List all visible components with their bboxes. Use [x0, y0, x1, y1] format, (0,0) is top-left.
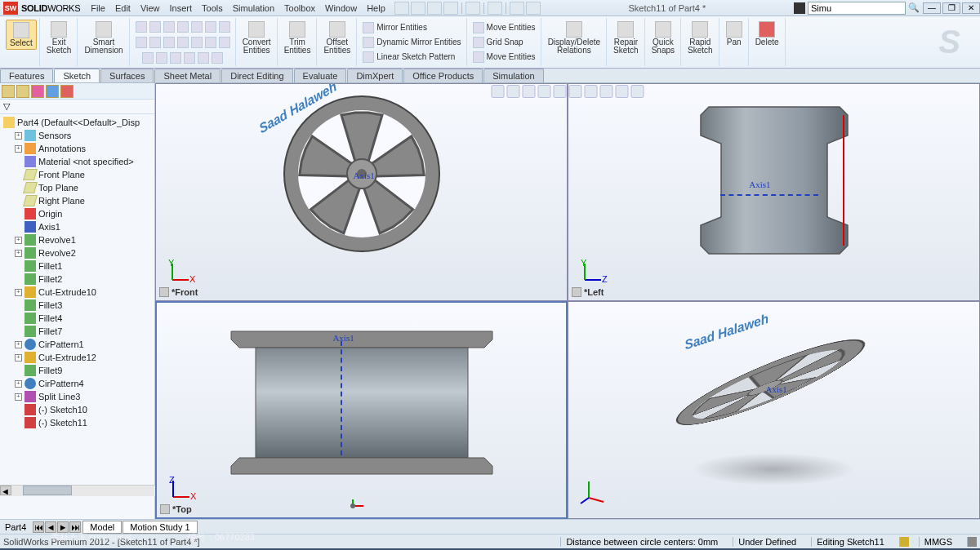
print-icon[interactable]	[443, 2, 458, 15]
trim-entities-button[interactable]: Trim Entities	[281, 20, 314, 56]
plane-icon[interactable]	[191, 37, 203, 48]
arc-icon[interactable]	[163, 21, 175, 33]
motion-tab[interactable]: Motion Study 1	[122, 521, 197, 534]
move-entities-button[interactable]: Move Entities	[473, 21, 536, 33]
tree-fillet4[interactable]: Fillet4	[0, 312, 154, 325]
tree-fillet7[interactable]: Fillet7	[0, 325, 154, 338]
rapid-sketch-button[interactable]: Rapid Sketch	[684, 20, 716, 56]
text-icon[interactable]	[219, 21, 230, 33]
close-button[interactable]: ✕	[962, 2, 980, 14]
viewport-iso[interactable]: Saad Halaweh	[568, 301, 980, 519]
viewport-top[interactable]: Axis1 XZ *Top	[155, 301, 568, 519]
fillet-icon[interactable]	[163, 37, 175, 48]
eq-icon[interactable]	[142, 52, 154, 64]
scroll-left-icon[interactable]: ◄	[0, 486, 11, 495]
tab-dimxpert[interactable]: DimXpert	[347, 69, 403, 82]
tab-simulation[interactable]: Simulation	[483, 69, 543, 82]
tree-revolve2[interactable]: +Revolve2	[0, 246, 154, 259]
scroll-thumb[interactable]	[23, 486, 72, 495]
offset-entities-button[interactable]: Offset Entities	[320, 20, 354, 56]
smart-dimension-button[interactable]: Smart Dimension	[81, 20, 126, 56]
fm-tab1-icon[interactable]	[2, 85, 15, 98]
partial-icon[interactable]	[184, 52, 195, 64]
fm-tab2-icon[interactable]	[16, 85, 29, 98]
tree-right-plane[interactable]: Right Plane	[0, 194, 154, 207]
move-entities2-button[interactable]: Move Entities	[473, 51, 536, 63]
tab-features[interactable]: Features	[0, 69, 53, 82]
menu-insert[interactable]: Insert	[166, 2, 197, 15]
minimize-button[interactable]: —	[923, 2, 941, 14]
tree-cut10[interactable]: +Cut-Extrude10	[0, 286, 154, 299]
display-relations-button[interactable]: Display/Delete Relations	[545, 20, 604, 56]
tab-surfaces[interactable]: Surfaces	[100, 69, 154, 82]
tree-sketch11[interactable]: (-) Sketch11	[0, 416, 154, 429]
scene-icon[interactable]	[616, 85, 629, 98]
tree-cir4[interactable]: +CirPattern4	[0, 377, 154, 390]
tree-fillet1[interactable]: Fillet1	[0, 259, 154, 273]
linear-pattern-button[interactable]: Linear Sketch Pattern	[363, 51, 455, 63]
save-icon[interactable]	[427, 2, 442, 15]
display-icon[interactable]	[569, 85, 582, 98]
tab-sheetmetal[interactable]: Sheet Metal	[154, 69, 220, 82]
appear-icon[interactable]	[600, 85, 613, 98]
fm-tab5-icon[interactable]	[60, 85, 74, 98]
rect-icon[interactable]	[177, 21, 189, 33]
options-icon[interactable]	[526, 2, 541, 15]
tab-sketch[interactable]: Sketch	[54, 69, 100, 82]
status-units[interactable]: MMGS	[919, 537, 957, 547]
tree-root[interactable]: Part4 (Default<<Default>_Disp	[0, 116, 154, 129]
search-icon[interactable]: 🔍	[908, 2, 920, 14]
mirror-entities-button[interactable]: Mirror Entities	[363, 21, 427, 33]
tree-annotations[interactable]: +Annotations	[0, 142, 154, 155]
more-icon[interactable]	[219, 37, 230, 48]
tree-split3[interactable]: +Split Line3	[0, 390, 154, 403]
tree-cir1[interactable]: +CirPattern1	[0, 338, 154, 351]
rebuild-icon[interactable]	[510, 2, 524, 15]
ellipse-icon[interactable]	[149, 37, 161, 48]
repair-sketch-button[interactable]: Repair Sketch	[610, 20, 642, 56]
dynamic-mirror-button[interactable]: Dynamic Mirror Entities	[363, 36, 461, 48]
menu-window[interactable]: Window	[321, 2, 361, 15]
picture-icon[interactable]	[212, 52, 223, 64]
tab-office[interactable]: Office Products	[403, 69, 483, 82]
tree-scrollbar[interactable]: ◄	[0, 485, 155, 496]
polygon-icon[interactable]	[177, 37, 189, 48]
select-tool[interactable]: Select	[6, 20, 37, 50]
search-input[interactable]	[808, 2, 906, 15]
zoom-area-icon[interactable]	[507, 85, 520, 98]
slot-icon[interactable]	[191, 21, 203, 33]
zoom-fit-icon[interactable]	[492, 85, 505, 98]
circle-icon[interactable]	[149, 21, 161, 33]
grid-snap-button[interactable]: Grid Snap	[473, 36, 523, 48]
section-icon[interactable]	[538, 85, 551, 98]
hide-icon[interactable]	[585, 85, 598, 98]
viewport-left[interactable]: Axis1 ZY *Left	[568, 83, 980, 301]
select-icon[interactable]	[488, 2, 502, 15]
center-icon[interactable]	[156, 52, 167, 64]
menu-tools[interactable]: Tools	[198, 2, 227, 15]
tab-evaluate[interactable]: Evaluate	[294, 69, 347, 82]
new-icon[interactable]	[394, 2, 409, 15]
chamfer-icon[interactable]	[205, 37, 216, 48]
point-icon[interactable]	[205, 21, 216, 33]
spline-icon[interactable]	[136, 37, 147, 48]
tree-origin[interactable]: Origin	[0, 207, 154, 220]
parabola-icon[interactable]	[170, 52, 181, 64]
tree-cut12[interactable]: +Cut-Extrude12	[0, 351, 154, 364]
construct-icon[interactable]	[198, 52, 209, 64]
settings-icon[interactable]	[631, 85, 644, 98]
undo-icon[interactable]	[466, 2, 480, 15]
tree-fillet2[interactable]: Fillet2	[0, 273, 154, 286]
viewport-front[interactable]: Saad Halaweh	[155, 83, 568, 301]
tree-axis1[interactable]: Axis1	[0, 220, 154, 233]
menu-help[interactable]: Help	[363, 2, 390, 15]
orient-icon[interactable]	[554, 85, 567, 98]
prev-view-icon[interactable]	[523, 85, 536, 98]
convert-entities-button[interactable]: Convert Entities	[239, 20, 274, 56]
tree-fillet9[interactable]: Fillet9	[0, 364, 154, 377]
menu-simulation[interactable]: Simulation	[229, 2, 278, 15]
menu-file[interactable]: File	[87, 2, 109, 15]
fm-tab3-icon[interactable]	[31, 85, 44, 98]
fm-filter[interactable]: ▽	[0, 100, 154, 114]
quick-snaps-button[interactable]: Quick Snaps	[648, 20, 678, 56]
